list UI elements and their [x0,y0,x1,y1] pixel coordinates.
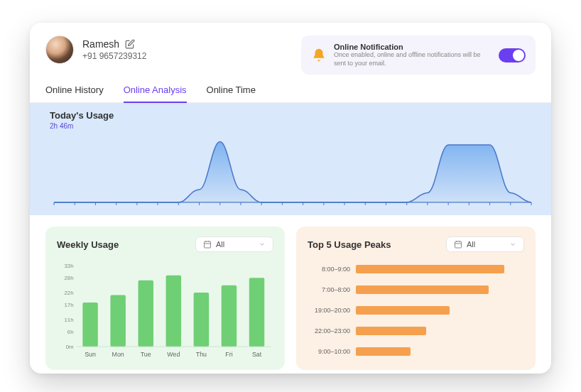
peak-bar [356,285,489,294]
svg-rect-48 [455,241,462,248]
svg-rect-35 [110,295,125,347]
peaks-title: Top 5 Usage Peaks [308,239,391,250]
peak-label: 9:00–10:00 [308,348,350,355]
svg-text:28h: 28h [64,276,73,282]
peak-row: 8:00–9:00 [308,263,524,275]
weekly-selector[interactable]: All [195,236,273,252]
peaks-selector-value: All [467,240,475,249]
peak-row: 9:00–10:00 [308,346,524,357]
notification-text: Online Notification Once enabled, online… [334,43,492,67]
peak-label: 22:00–23:00 [308,327,350,334]
notification-subtitle: Once enabled, online and offline notific… [334,51,492,67]
weekly-usage-chart: 0m6h11h17h22h28h33hSunMonTueWedThuFriSat [57,261,273,360]
edit-icon[interactable] [125,39,135,49]
svg-text:Thu: Thu [196,351,207,358]
svg-text:Sun: Sun [85,351,96,358]
svg-text:33h: 33h [64,263,73,269]
svg-rect-37 [138,281,153,347]
today-duration: 2h 46m [45,122,536,130]
chevron-down-icon [509,241,516,248]
notification-box: Online Notification Once enabled, online… [301,36,536,75]
peak-label: 8:00–9:00 [308,266,350,273]
today-usage-chart [51,134,534,207]
profile-phone: +91 9657239312 [82,51,146,61]
peaks-head: Top 5 Usage Peaks All [308,236,524,252]
svg-rect-33 [82,303,97,347]
profile-text: Ramesh +91 9657239312 [82,38,146,61]
bottom-row: Weekly Usage All 0m6h11h17h22h28h33hSunM… [30,215,551,374]
svg-text:11h: 11h [64,317,73,323]
svg-text:17h: 17h [64,303,73,309]
peaks-panel: Top 5 Usage Peaks All 8:00–9:007:00–8:00… [296,227,536,370]
header: Ramesh +91 9657239312 Online Notificatio… [30,23,551,75]
avatar[interactable] [45,36,74,64]
today-usage-panel: Today's Usage 2h 46m [30,103,551,215]
svg-text:Mon: Mon [112,351,124,358]
tab-online-analysis[interactable]: Online Analysis [124,85,187,102]
svg-rect-43 [222,285,237,347]
peak-bar [356,347,411,356]
peak-row: 7:00–8:00 [308,284,524,295]
tab-online-history[interactable]: Online History [45,85,104,102]
peak-bar [356,327,426,335]
peak-bar [356,306,450,315]
bell-icon [311,48,327,63]
svg-text:Fri: Fri [225,351,232,358]
dashboard-card: Ramesh +91 9657239312 Online Notificatio… [30,23,551,374]
tabs: Online History Online Analysis Online Ti… [30,75,551,103]
svg-text:Tue: Tue [141,351,151,358]
today-title: Today's Usage [45,110,536,121]
calendar-icon [454,240,462,249]
svg-rect-41 [194,293,209,347]
profile-block: Ramesh +91 9657239312 [45,36,146,64]
peak-row: 22:00–23:00 [308,325,524,337]
weekly-title: Weekly Usage [57,239,119,250]
svg-rect-39 [166,276,181,347]
svg-text:0m: 0m [66,344,74,350]
svg-text:6h: 6h [67,330,74,336]
name-row: Ramesh [82,38,146,50]
tab-online-time[interactable]: Online Time [207,85,256,102]
profile-name: Ramesh [82,38,119,50]
peaks-selector[interactable]: All [446,236,524,252]
peaks-chart: 8:00–9:007:00–8:0019:00–20:0022:00–23:00… [308,263,524,357]
svg-text:Sat: Sat [252,351,262,358]
chevron-down-icon [259,241,266,248]
notification-title: Online Notification [334,43,492,51]
svg-rect-25 [205,241,211,248]
svg-text:22h: 22h [64,290,73,296]
weekly-usage-panel: Weekly Usage All 0m6h11h17h22h28h33hSunM… [45,227,285,370]
peak-label: 7:00–8:00 [308,286,350,293]
notification-toggle[interactable] [499,48,526,62]
weekly-selector-value: All [216,240,224,249]
weekly-head: Weekly Usage All [57,236,273,252]
peak-bar [356,265,504,273]
svg-rect-45 [249,278,264,347]
calendar-icon [203,240,212,249]
peak-row: 19:00–20:00 [308,305,524,316]
peak-label: 19:00–20:00 [308,307,350,314]
svg-text:Wed: Wed [167,351,180,358]
